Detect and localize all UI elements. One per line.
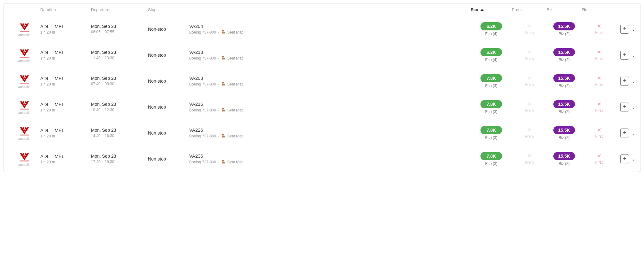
departure-info: Mon, Sep 23 17:40 – 19:30 bbox=[91, 154, 148, 164]
expand-chevron-icon[interactable]: ⌄ bbox=[632, 53, 635, 58]
airline-name-label: australia bbox=[18, 85, 30, 89]
biz-price-cell[interactable]: 15.5K Biz (2) bbox=[547, 48, 582, 62]
biz-price-badge[interactable]: 15.5K bbox=[553, 152, 575, 160]
add-flight-button[interactable]: + bbox=[620, 155, 629, 163]
table-row: australia ADL – MEL 1 h 20 m Mon, Sep 23… bbox=[3, 120, 641, 146]
departure-date: Mon, Sep 23 bbox=[91, 128, 148, 133]
eco-seats-label: Eco (3) bbox=[485, 161, 498, 166]
eco-price-cell[interactable]: 6.2K Eco (4) bbox=[471, 48, 512, 62]
route-label: ADL – MEL bbox=[40, 50, 91, 55]
seat-map-link[interactable]: Seat Map bbox=[227, 108, 243, 112]
seat-map-link[interactable]: Seat Map bbox=[227, 134, 243, 138]
add-flight-button[interactable]: + bbox=[620, 25, 629, 34]
first-unavailable-icon: ✕ bbox=[597, 23, 601, 29]
prem-header: Prem bbox=[512, 7, 547, 12]
first-header: First bbox=[582, 7, 616, 12]
airline-logo: australia bbox=[9, 151, 40, 167]
biz-price-badge[interactable]: 15.5K bbox=[553, 22, 575, 30]
flight-number: VA216 bbox=[189, 101, 471, 107]
action-cell: + ⌄ bbox=[616, 51, 635, 60]
stops-cell: Non-stop bbox=[148, 27, 189, 32]
departure-time: 07:40 – 09:30 bbox=[91, 82, 148, 86]
airline-logo: australia bbox=[9, 73, 40, 89]
eco-price-badge[interactable]: 7.8K bbox=[480, 100, 502, 108]
prem-label: Prem bbox=[525, 108, 534, 113]
expand-chevron-icon[interactable]: ⌄ bbox=[632, 104, 635, 110]
aircraft-row: Boeing 737-800 · 🪑 Seat Map bbox=[189, 82, 471, 86]
eco-header[interactable]: Eco bbox=[471, 7, 512, 12]
aircraft-row: Boeing 737-800 · 🪑 Seat Map bbox=[189, 56, 471, 60]
biz-price-badge[interactable]: 15.5K bbox=[553, 100, 575, 108]
biz-price-badge[interactable]: 15.5K bbox=[553, 126, 575, 134]
eco-price-cell[interactable]: 7.8K Eco (3) bbox=[471, 74, 512, 88]
add-flight-button[interactable]: + bbox=[620, 51, 629, 60]
prem-label: Prem bbox=[525, 134, 534, 139]
aircraft-label: Boeing 737-800 bbox=[189, 108, 216, 112]
stops-cell: Non-stop bbox=[148, 104, 189, 110]
eco-price-badge[interactable]: 7.8K bbox=[480, 126, 502, 134]
prem-label: Prem bbox=[525, 160, 534, 165]
aircraft-label: Boeing 737-800 bbox=[189, 56, 216, 60]
first-unavailable-icon: ✕ bbox=[597, 127, 601, 133]
eco-price-badge[interactable]: 6.2K bbox=[480, 48, 502, 56]
seat-map-link[interactable]: Seat Map bbox=[227, 82, 243, 86]
biz-price-badge[interactable]: 15.5K bbox=[553, 74, 575, 82]
eco-price-cell[interactable]: 7.8K Eco (3) bbox=[471, 126, 512, 140]
expand-chevron-icon[interactable]: ⌄ bbox=[632, 27, 635, 32]
eco-price-cell[interactable]: 6.2K Eco (4) bbox=[471, 22, 512, 36]
svg-rect-2 bbox=[20, 31, 29, 31]
expand-chevron-icon[interactable]: ⌄ bbox=[632, 79, 635, 84]
duration-label: 1 h 20 m bbox=[40, 56, 91, 60]
prem-unavailable-icon: ✕ bbox=[527, 23, 531, 29]
aircraft-row: Boeing 737-800 · 🪑 Seat Map bbox=[189, 160, 471, 164]
departure-header: Departure bbox=[91, 7, 148, 12]
expand-chevron-icon[interactable]: ⌄ bbox=[632, 130, 635, 136]
eco-price-cell[interactable]: 7.8K Eco (3) bbox=[471, 100, 512, 114]
first-label: First bbox=[595, 82, 602, 87]
add-flight-button[interactable]: + bbox=[620, 77, 629, 85]
eco-seats-label: Eco (3) bbox=[485, 110, 498, 114]
eco-price-badge[interactable]: 7.8K bbox=[480, 152, 502, 160]
biz-price-cell[interactable]: 15.5K Biz (2) bbox=[547, 74, 582, 88]
route-label: ADL – MEL bbox=[40, 154, 91, 159]
seat-icon: 🪑 bbox=[221, 108, 226, 112]
stops-cell: Non-stop bbox=[148, 79, 189, 84]
add-flight-button[interactable]: + bbox=[620, 129, 629, 137]
seat-map-link[interactable]: Seat Map bbox=[227, 160, 243, 164]
biz-price-cell[interactable]: 15.5K Biz (2) bbox=[547, 126, 582, 140]
biz-price-cell[interactable]: 15.5K Biz (2) bbox=[547, 100, 582, 114]
first-label: First bbox=[595, 160, 602, 165]
dot-separator: · bbox=[218, 108, 219, 112]
biz-price-cell[interactable]: 15.5K Biz (2) bbox=[547, 152, 582, 166]
table-row: australia ADL – MEL 1 h 20 m Mon, Sep 23… bbox=[3, 146, 641, 172]
seat-icon: 🪑 bbox=[221, 56, 226, 60]
duration-label: 1 h 20 m bbox=[40, 160, 91, 164]
duration-header: Duration bbox=[40, 7, 91, 12]
airline-logo: australia bbox=[9, 21, 40, 37]
departure-time: 10:40 – 12:30 bbox=[91, 108, 148, 112]
dot-separator: · bbox=[218, 56, 219, 60]
route-info: ADL – MEL 1 h 20 m bbox=[40, 24, 91, 35]
action-cell: + ⌄ bbox=[616, 129, 635, 137]
stops-cell: Non-stop bbox=[148, 53, 189, 58]
expand-chevron-icon[interactable]: ⌄ bbox=[632, 156, 635, 161]
stops-header: Stops bbox=[148, 7, 189, 12]
departure-info: Mon, Sep 23 11:40 – 13:30 bbox=[91, 50, 148, 60]
biz-price-badge[interactable]: 15.5K bbox=[553, 48, 575, 56]
eco-price-badge[interactable]: 7.8K bbox=[480, 74, 502, 82]
aircraft-row: Boeing 737-800 · 🪑 Seat Map bbox=[189, 108, 471, 112]
flight-details: VA204 Boeing 737-800 · 🪑 Seat Map bbox=[189, 23, 471, 35]
seat-map-link[interactable]: Seat Map bbox=[227, 30, 243, 35]
action-cell: + ⌄ bbox=[616, 103, 635, 111]
flights-body: australia ADL – MEL 1 h 20 m Mon, Sep 23… bbox=[3, 16, 641, 172]
seat-map-link[interactable]: Seat Map bbox=[227, 56, 243, 60]
aircraft-label: Boeing 737-800 bbox=[189, 134, 216, 138]
biz-price-cell[interactable]: 15.5K Biz (2) bbox=[547, 22, 582, 36]
dot-separator: · bbox=[218, 160, 219, 164]
duration-label: 1 h 20 m bbox=[40, 30, 91, 35]
action-cell: + ⌄ bbox=[616, 25, 635, 34]
add-flight-button[interactable]: + bbox=[620, 103, 629, 111]
eco-price-badge[interactable]: 6.2K bbox=[480, 22, 502, 30]
eco-price-cell[interactable]: 7.8K Eco (3) bbox=[471, 152, 512, 166]
dot-separator: · bbox=[218, 134, 219, 138]
